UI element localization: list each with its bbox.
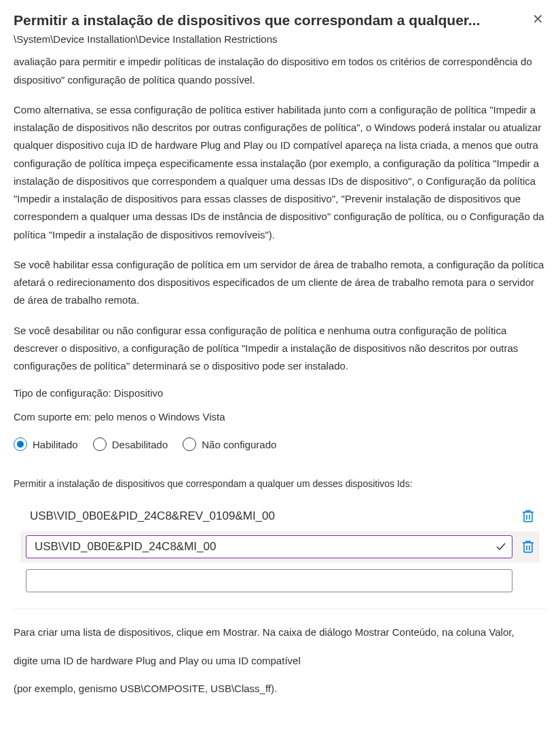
trash-icon[interactable] — [522, 540, 534, 554]
check-icon[interactable] — [496, 541, 506, 552]
radio-label: Habilitado — [33, 439, 78, 450]
footer-paragraph: (por exemplo, genismo USB\COMPOSITE, USB… — [14, 678, 546, 700]
footer-help-text: Para criar uma lista de dispositivos, cl… — [14, 622, 546, 700]
setting-type-label: Tipo de configuração: Dispositivo — [14, 387, 546, 399]
radio-circle-icon — [183, 437, 196, 451]
device-id-input[interactable] — [33, 539, 496, 554]
list-item-editing — [20, 531, 540, 562]
radio-label: Desabilitado — [112, 439, 168, 450]
list-item[interactable]: USB\VID_0B0E&PID_24C8&REV_0109&MI_00 — [26, 501, 534, 531]
radio-disabled[interactable]: Desabilitado — [93, 437, 168, 451]
radio-label: Não configurado — [202, 439, 276, 450]
description-paragraph: Se você desabilitar ou não configurar es… — [14, 322, 546, 376]
policy-description: avaliação para permitir e impedir políti… — [14, 53, 546, 375]
state-radio-group: Habilitado Desabilitado Não configurado — [14, 437, 546, 451]
breadcrumb: \System\Device Installation\Device Insta… — [14, 33, 546, 45]
policy-settings-panel: Permitir a instalação de dispositivos qu… — [0, 0, 560, 734]
radio-circle-icon — [93, 437, 107, 451]
footer-paragraph: digite uma ID de hardware Plug and Play … — [14, 650, 546, 672]
device-ids-label: Permitir a instalação de dispositivos qu… — [14, 478, 546, 489]
trash-icon[interactable] — [522, 509, 534, 523]
add-item-row — [26, 569, 534, 592]
radio-circle-icon — [14, 437, 27, 451]
close-icon[interactable]: ✕ — [529, 11, 546, 27]
panel-header: Permitir a instalação de dispositivos qu… — [14, 11, 546, 29]
description-paragraph: Se você habilitar essa configuração de p… — [14, 256, 546, 310]
page-title: Permitir a instalação de dispositivos qu… — [14, 11, 529, 29]
description-paragraph: avaliação para permitir e impedir políti… — [14, 53, 546, 89]
divider — [14, 609, 546, 609]
edit-input-container — [26, 535, 512, 558]
radio-enabled[interactable]: Habilitado — [14, 437, 78, 451]
device-ids-list: USB\VID_0B0E&PID_24C8&REV_0109&MI_00 — [14, 501, 546, 592]
radio-not-configured[interactable]: Não configurado — [183, 437, 276, 451]
new-device-id-input[interactable] — [26, 569, 512, 592]
footer-paragraph: Para criar uma lista de dispositivos, cl… — [14, 622, 546, 643]
supported-on-label: Com suporte em: pelo menos o Windows Vis… — [14, 411, 546, 422]
description-paragraph: Como alternativa, se essa configuração d… — [14, 101, 546, 244]
list-item-value: USB\VID_0B0E&PID_24C8&REV_0109&MI_00 — [26, 505, 512, 527]
